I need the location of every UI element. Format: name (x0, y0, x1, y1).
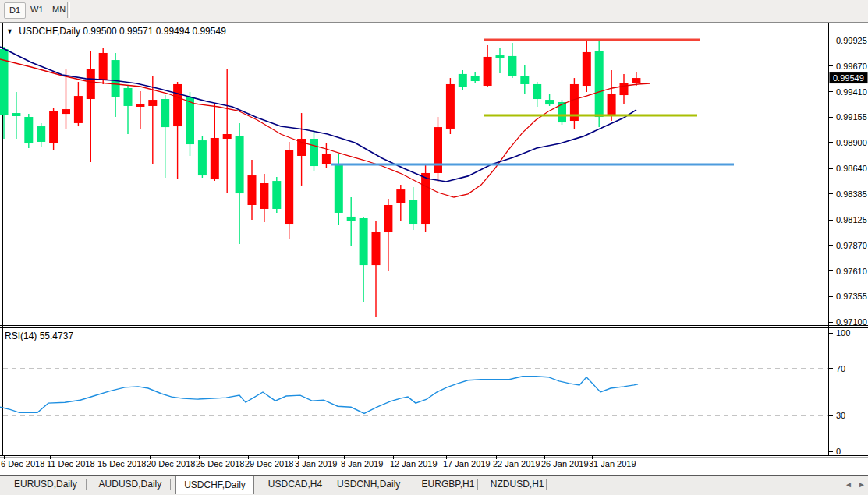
price-axis-label: 0.98640 (836, 164, 867, 173)
rsi-axis-label: 70 (836, 364, 845, 373)
candle-body (87, 69, 95, 99)
price-axis-label: 0.99155 (836, 112, 867, 122)
rsi-indicator-label: RSI(14) 55.4737 (5, 331, 73, 341)
tab-separator (477, 479, 478, 490)
price-axis-label: 0.99670 (836, 62, 867, 71)
rsi-line (0, 377, 638, 414)
candle-body (124, 88, 133, 106)
tab-separator (86, 479, 87, 490)
candle-body (421, 173, 430, 224)
candle-body (558, 102, 566, 122)
candle-body (148, 100, 157, 106)
date-axis-label: 22 Jan 2019 (493, 459, 540, 468)
candle-body (173, 84, 182, 126)
mt4-chart-window: { "toolbar": { "buttons": [ {"label": "D… (0, 0, 868, 495)
date-axis-label: 29 Dec 2018 (245, 459, 293, 468)
candle-body (260, 183, 268, 209)
date-axis[interactable]: 6 Dec 201811 Dec 201815 Dec 201820 Dec 2… (0, 458, 868, 473)
candle-body (533, 84, 541, 99)
candle-body (49, 111, 58, 143)
price-axis-label: 0.97870 (836, 241, 867, 250)
candle-body (471, 76, 480, 81)
candle-body (12, 113, 20, 116)
symbol-label: USDCHF,Daily (19, 26, 80, 37)
date-axis-label: 17 Jan 2019 (443, 459, 491, 468)
candle-body (62, 109, 70, 114)
date-axis-label: 25 Dec 2018 (196, 459, 244, 468)
candle-body (434, 127, 442, 173)
rsi-axis-label: 0 (836, 447, 841, 456)
candle-body (161, 99, 169, 127)
symbol-dropdown-icon[interactable]: ▼ (6, 27, 13, 35)
candle-body (545, 100, 554, 104)
candle-body (198, 140, 207, 175)
candle-body (248, 175, 257, 205)
price-axis-label: 0.97610 (836, 267, 867, 276)
price-axis-label: 0.98125 (836, 215, 867, 225)
candle-body (608, 94, 616, 115)
candle-body (508, 56, 516, 76)
candle-body (24, 117, 33, 143)
date-axis-label: 12 Jan 2019 (390, 459, 438, 468)
candle-body (372, 232, 381, 265)
rsi-axis-label: 100 (836, 328, 850, 338)
tab-eurgbp-h1[interactable]: EURGBP,H1 (414, 476, 483, 493)
candle-body (136, 104, 144, 107)
current-price-text: 0.99549 (833, 73, 864, 83)
candle-body (409, 200, 417, 224)
date-axis-label: 31 Jan 2019 (589, 459, 636, 468)
candle-body (37, 126, 45, 142)
tab-usdchf-daily[interactable]: USDCHF,Daily (175, 476, 254, 494)
date-axis-label: 6 Dec 2018 (1, 459, 44, 468)
date-axis-label: 20 Dec 2018 (147, 459, 195, 468)
candle-body (99, 53, 108, 80)
price-axis-label: 0.99410 (836, 87, 867, 97)
tab-eurusd-daily[interactable]: EURUSD,Daily (6, 476, 85, 493)
candle-body (595, 51, 604, 117)
price-axis-label: 0.97100 (836, 317, 867, 327)
tab-separator (409, 479, 409, 490)
tab-usdcnh-daily[interactable]: USDCNH,Daily (329, 476, 408, 493)
price-axis-label: 0.99925 (836, 36, 867, 45)
candle-body (459, 74, 467, 87)
candle-body (236, 136, 244, 193)
date-axis-label: 3 Jan 2019 (295, 459, 337, 468)
price-axis-label: 0.98385 (836, 189, 867, 199)
candle-body (520, 76, 529, 84)
tab-usdcad-h4[interactable]: USDCAD,H4 (260, 476, 330, 493)
tab-separator (546, 479, 547, 490)
candle-body (360, 218, 368, 265)
chart-title: ▼ USDCHF,Daily 0.99500 0.99571 0.99494 0… (6, 26, 226, 37)
candle-body (347, 217, 356, 221)
candle-body (186, 97, 194, 144)
candle-body (310, 139, 318, 166)
tab-scroll-right-icon[interactable]: ► (858, 480, 866, 489)
date-axis-label: 8 Jan 2019 (341, 459, 383, 468)
date-axis-label: 26 Jan 2019 (541, 459, 589, 468)
candle-body (620, 83, 629, 95)
candle-body (632, 78, 640, 83)
ohlc-values: 0.99500 0.99571 0.99494 0.99549 (83, 26, 226, 37)
candle-body (223, 134, 232, 139)
tab-audusd-daily[interactable]: AUDUSD,Daily (91, 476, 170, 493)
candle-body (272, 181, 281, 209)
date-axis-label: 11 Dec 2018 (47, 459, 95, 468)
tab-separator (170, 479, 171, 490)
tab-scroll-left-icon[interactable]: ◄ (845, 480, 852, 489)
candle-body (335, 165, 343, 213)
rsi-axis-label: 30 (836, 411, 845, 420)
candle-body (384, 205, 392, 232)
price-axis-label: 0.98900 (836, 138, 867, 147)
tab-separator (324, 479, 324, 490)
candle-body (583, 52, 591, 86)
candle-body (396, 189, 405, 203)
chart-tab-bar: ◄ ► EURUSD,DailyAUDUSD,DailyUSDCHF,Daily… (0, 475, 868, 495)
candle-body (74, 96, 83, 123)
date-axis-label: 15 Dec 2018 (97, 459, 146, 468)
candle-body (484, 57, 492, 86)
candle-body (112, 60, 120, 97)
candle-body (446, 84, 455, 129)
tab-nzdusd-h1[interactable]: NZDUSD,H1 (483, 476, 552, 493)
candle-body (211, 138, 219, 179)
chart-canvas[interactable]: 0.999250.996700.994100.991550.989000.986… (0, 0, 868, 495)
